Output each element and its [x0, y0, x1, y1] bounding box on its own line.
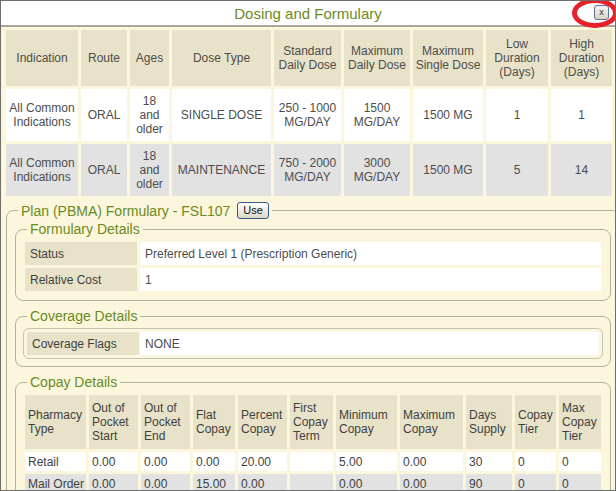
- copay-header-minimum-copay: Minimum Copay: [336, 395, 397, 449]
- copay-header-max-copay-tier: Max Copay Tier: [559, 395, 601, 449]
- copay-cell: 90: [466, 474, 512, 491]
- dosing-cell: 1: [486, 89, 548, 141]
- copay-cell: Mail Order: [25, 474, 86, 491]
- copay-cell: 0.00: [141, 474, 190, 491]
- dosing-header-row: Indication Route Ages Dose Type Standard…: [6, 30, 612, 86]
- formulary-details-table: Status Preferred Level 1 (Prescription G…: [22, 239, 604, 294]
- copay-header-maximum-copay: Maximum Copay: [400, 395, 463, 449]
- dosing-header-dose-type: Dose Type: [172, 30, 271, 86]
- dosing-row-maintenance: All Common Indications ORAL 18 and older…: [6, 144, 612, 196]
- copay-cell: 5.00: [336, 452, 397, 471]
- dosing-header-high-duration: High Duration (Days): [551, 30, 612, 86]
- plan-formulary-title: Plan (PBMA) Formulary - FSL107: [21, 203, 230, 219]
- dosing-formulary-window: Dosing and Formulary x Indication Route …: [0, 0, 616, 491]
- copay-details-section: Copay Details Pharmacy Type Out of Pocke…: [15, 374, 611, 491]
- dosing-cell: All Common Indications: [6, 89, 78, 141]
- dosing-row-single-dose: All Common Indications ORAL 18 and older…: [6, 89, 612, 141]
- dosing-cell: MAINTENANCE: [172, 144, 271, 196]
- copay-cell: 0.00: [238, 474, 287, 491]
- close-button[interactable]: x: [594, 5, 609, 20]
- copay-cell: 0.00: [336, 474, 397, 491]
- dosing-cell: 18 and older: [130, 89, 169, 141]
- dosing-header-indication: Indication: [6, 30, 78, 86]
- coverage-flags-value: NONE: [140, 332, 599, 355]
- dosing-cell: 18 and older: [130, 144, 169, 196]
- copay-cell: [290, 474, 333, 491]
- dosing-cell: 3000 MG/DAY: [344, 144, 410, 196]
- formulary-details-legend: Formulary Details: [27, 221, 143, 237]
- dosing-header-ages: Ages: [130, 30, 169, 86]
- copay-row-mail-order: Mail Order 0.00 0.00 15.00 0.00 0.00 0.0…: [25, 474, 601, 491]
- copay-cell: 0: [559, 452, 601, 471]
- copay-header-first-copay-term: First Copay Term: [290, 395, 333, 449]
- close-icon: x: [599, 7, 604, 17]
- copay-cell: 20.00: [238, 452, 287, 471]
- copay-cell: 0: [559, 474, 601, 491]
- dosing-cell: 14: [551, 144, 612, 196]
- dosing-cell: SINGLE DOSE: [172, 89, 271, 141]
- plan-formulary-legend: Plan (PBMA) Formulary - FSL107 Use: [18, 202, 272, 219]
- copay-cell: 0.00: [400, 452, 463, 471]
- copay-details-legend: Copay Details: [27, 374, 120, 390]
- dosing-header-low-duration: Low Duration (Days): [486, 30, 548, 86]
- relative-cost-label: Relative Cost: [25, 268, 137, 291]
- copay-cell: Retail: [25, 452, 86, 471]
- relative-cost-row: Relative Cost 1: [25, 268, 601, 291]
- dosing-cell: ORAL: [81, 89, 127, 141]
- dosing-cell: 1500 MG: [413, 89, 483, 141]
- dosing-cell: 1500 MG/DAY: [344, 89, 410, 141]
- dosing-table: Indication Route Ages Dose Type Standard…: [3, 27, 615, 199]
- copay-cell: 0.00: [193, 452, 235, 471]
- dosing-header-maximum-single-dose: Maximum Single Dose: [413, 30, 483, 86]
- dosing-header-maximum-daily-dose: Maximum Daily Dose: [344, 30, 410, 86]
- copay-header-percent-copay: Percent Copay: [238, 395, 287, 449]
- coverage-details-section: Coverage Details Coverage Flags NONE: [15, 308, 611, 367]
- copay-cell: 0: [515, 474, 556, 491]
- coverage-flags-label: Coverage Flags: [27, 332, 139, 355]
- copay-header-pharmacy-type: Pharmacy Type: [25, 395, 86, 449]
- coverage-flags-row: Coverage Flags NONE: [27, 332, 599, 355]
- coverage-details-table: Coverage Flags NONE: [26, 331, 600, 356]
- status-label: Status: [25, 242, 137, 265]
- dosing-cell: 1500 MG: [413, 144, 483, 196]
- copay-cell: 0.00: [400, 474, 463, 491]
- dosing-cell: 250 - 1000 MG/DAY: [274, 89, 341, 141]
- use-button[interactable]: Use: [237, 202, 269, 219]
- copay-cell: 0.00: [89, 474, 138, 491]
- copay-table: Pharmacy Type Out of Pocket Start Out of…: [22, 392, 604, 491]
- copay-header-flat-copay: Flat Copay: [193, 395, 235, 449]
- dosing-cell: 1: [551, 89, 612, 141]
- relative-cost-value: 1: [140, 268, 601, 291]
- dosing-header-route: Route: [81, 30, 127, 86]
- dosing-cell: All Common Indications: [6, 144, 78, 196]
- copay-cell: 0: [515, 452, 556, 471]
- copay-cell: [290, 452, 333, 471]
- copay-header-oop-start: Out of Pocket Start: [89, 395, 138, 449]
- copay-header-row: Pharmacy Type Out of Pocket Start Out of…: [25, 395, 601, 449]
- copay-cell: 30: [466, 452, 512, 471]
- dosing-cell: 5: [486, 144, 548, 196]
- coverage-details-legend: Coverage Details: [27, 308, 140, 324]
- status-row: Status Preferred Level 1 (Prescription G…: [25, 242, 601, 265]
- window-title: Dosing and Formulary: [234, 5, 382, 22]
- copay-header-oop-end: Out of Pocket End: [141, 395, 190, 449]
- copay-cell: 0.00: [141, 452, 190, 471]
- copay-row-retail: Retail 0.00 0.00 0.00 20.00 5.00 0.00 30…: [25, 452, 601, 471]
- copay-cell: 0.00: [89, 452, 138, 471]
- coverage-flags-box: Coverage Flags NONE: [23, 328, 603, 359]
- copay-header-days-supply: Days Supply: [466, 395, 512, 449]
- plan-formulary-section: Plan (PBMA) Formulary - FSL107 Use Formu…: [6, 202, 616, 491]
- status-value: Preferred Level 1 (Prescription Generic): [140, 242, 601, 265]
- copay-cell: 15.00: [193, 474, 235, 491]
- copay-header-copay-tier: Copay Tier: [515, 395, 556, 449]
- titlebar: Dosing and Formulary x: [1, 1, 615, 27]
- dosing-cell: 750 - 2000 MG/DAY: [274, 144, 341, 196]
- formulary-details-section: Formulary Details Status Preferred Level…: [15, 221, 611, 301]
- dosing-cell: ORAL: [81, 144, 127, 196]
- dosing-header-standard-daily-dose: Standard Daily Dose: [274, 30, 341, 86]
